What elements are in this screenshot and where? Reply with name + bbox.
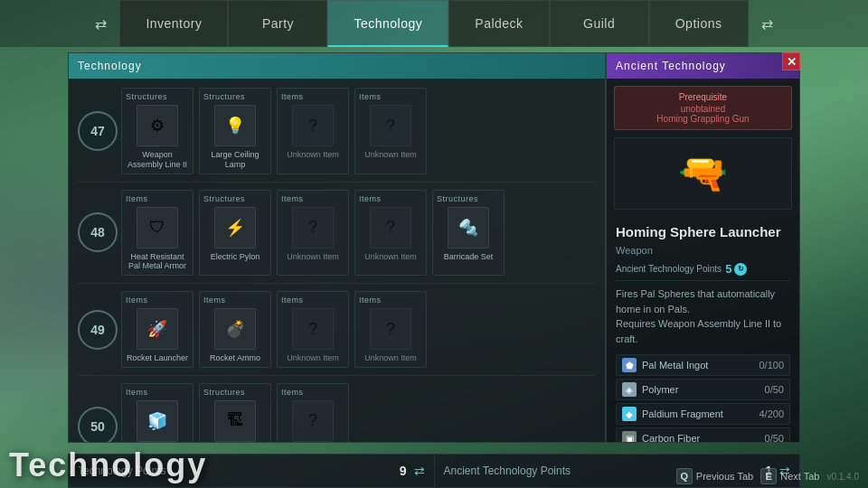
top-navigation: ⇄ Inventory Party Technology Paldeck Gui… [0, 0, 868, 47]
prev-tab-hint[interactable]: Q Previous Tab [676, 468, 753, 484]
material-name: Paldium Fragment [642, 408, 753, 419]
material-carbon-fiber: ▣ Carbon Fiber 0/50 [616, 427, 790, 442]
tech-item-icon: 🧊 [137, 400, 178, 442]
tech-item-icon: 🚀 [137, 308, 178, 350]
main-panel: Technology 47 Structures ⚙ Weapon Assemb… [68, 52, 800, 443]
material-pal-metal-ingot: ⬟ Pal Metal Ingot 0/100 [616, 354, 790, 376]
tech-item-electric-pylon[interactable]: Structures ⚡ Electric Pylon [199, 190, 271, 277]
tech-item-type: Items [126, 296, 148, 305]
material-name: Carbon Fiber [642, 433, 760, 442]
tech-item-type: Items [281, 194, 304, 203]
prereq-title: Prerequisite [622, 92, 784, 102]
tech-rows-container: 47 Structures ⚙ Weapon Assembly Line II … [69, 79, 605, 442]
tech-row-50: 50 Items 🧊 Cold Resistant Pal Metal Armo… [72, 381, 601, 442]
tech-item-icon: ? [370, 308, 411, 350]
tech-item-icon: ? [292, 400, 334, 442]
detail-panel-title: Ancient Technology [616, 60, 726, 72]
tech-item-cold-armor[interactable]: Items 🧊 Cold Resistant Pal Metal Armor [121, 383, 193, 442]
tech-item-icon: ? [292, 308, 334, 350]
tech-item-unknown-5[interactable]: Items ? Unknown Item [277, 291, 349, 368]
tech-item-icon: 🛡 [137, 207, 178, 249]
tech-item-icon: ? [292, 207, 334, 249]
tech-item-icon: ? [370, 105, 411, 146]
tech-item-type: Structures [203, 92, 245, 101]
tech-item-icon: 💣 [214, 308, 256, 350]
close-button[interactable]: ✕ [782, 52, 800, 70]
tech-panel-header: Technology [69, 53, 605, 79]
tab-party[interactable]: Party [228, 0, 327, 47]
bottom-hints: Q Previous Tab E Next Tab v0.1.4.0 [676, 468, 859, 484]
tech-item-unknown-2[interactable]: Items ? Unknown Item [354, 88, 427, 174]
item-description: Fires Pal Spheres that automatically hom… [616, 280, 790, 346]
tech-item-name: Unknown Item [364, 150, 417, 160]
material-count: 0/50 [765, 384, 784, 395]
tech-item-unknown-6[interactable]: Items ? Unknown Item [354, 291, 427, 368]
tech-item-ceiling-lamp[interactable]: Structures 💡 Large Ceiling Lamp [199, 88, 271, 174]
nav-tabs: Inventory Party Technology Paldeck Guild… [119, 0, 748, 47]
next-tab-hint[interactable]: E Next Tab [760, 468, 819, 484]
materials-list: ⬟ Pal Metal Ingot 0/100 ◈ Polymer 0/50 ◆… [616, 354, 790, 442]
atp-number: 5 [725, 262, 731, 276]
tech-item-heat-armor[interactable]: Items 🛡 Heat Resistant Pal Metal Armor [121, 190, 193, 277]
tech-item-rocket-launcher[interactable]: Items 🚀 Rocket Launcher [121, 291, 193, 368]
tech-item-name: Large Ceiling Lamp [203, 150, 267, 170]
tab-options[interactable]: Options [649, 0, 749, 47]
atp-value: 5 ↻ [725, 262, 747, 276]
tech-items-47: Structures ⚙ Weapon Assembly Line II Str… [121, 88, 596, 174]
tech-item-unknown-7[interactable]: Items ? Unknown Item [277, 383, 349, 442]
material-paldium-fragment: ◆ Paldium Fragment 4/200 [616, 403, 790, 425]
detail-content: Homing Sphere Launcher Weapon Ancient Te… [607, 217, 799, 442]
tech-item-type: Structures [126, 92, 167, 101]
tech-item-type: Items [281, 296, 304, 305]
tech-item-unknown-1[interactable]: Items ? Unknown Item [277, 88, 349, 174]
tech-points-arrows[interactable]: ⇄ [414, 464, 425, 478]
tech-item-name: Unknown Item [364, 353, 417, 363]
tech-tree-panel: Technology 47 Structures ⚙ Weapon Assemb… [68, 52, 606, 443]
tech-item-type: Structures [437, 194, 478, 203]
divider-47-48 [78, 182, 596, 183]
atp-row: Ancient Technology Points 5 ↻ [616, 262, 790, 276]
tab-technology[interactable]: Technology [327, 0, 448, 47]
tech-row-48: 48 Items 🛡 Heat Resistant Pal Metal Armo… [72, 188, 601, 278]
tech-item-barricade[interactable]: Structures 🔩 Barricade Set [432, 190, 505, 277]
swap-right-button[interactable]: ⇄ [749, 0, 787, 47]
tech-item-icon: ? [292, 105, 334, 146]
material-name: Pal Metal Ingot [642, 360, 753, 371]
tech-item-type: Structures [203, 194, 245, 203]
tech-items-49: Items 🚀 Rocket Launcher Items 💣 Rocket A… [121, 291, 596, 368]
tab-paldeck[interactable]: Paldeck [448, 0, 549, 47]
tech-item-unknown-4[interactable]: Items ? Unknown Item [354, 190, 427, 277]
tech-item-weapon-assembly[interactable]: Structures ⚙ Weapon Assembly Line II [121, 88, 193, 174]
tech-item-name: Unknown Item [364, 252, 417, 262]
material-name: Polymer [642, 384, 760, 395]
tech-items-50: Items 🧊 Cold Resistant Pal Metal Armor S… [121, 383, 596, 442]
tech-item-icon: ⚡ [214, 207, 256, 249]
prereq-status: unobtained [622, 104, 784, 114]
detail-panel-header: Ancient Technology [607, 53, 799, 79]
tech-item-type: Items [126, 194, 148, 203]
tab-guild[interactable]: Guild [550, 0, 649, 47]
tech-item-name: Barricade Set [444, 252, 494, 262]
tech-item-missile-launcher[interactable]: Structures 🏗 Mounted Missile Launcher [199, 383, 271, 442]
next-tab-key: E [760, 468, 777, 484]
tech-item-type: Structures [203, 388, 245, 397]
tech-row-47: 47 Structures ⚙ Weapon Assembly Line II … [72, 86, 601, 176]
swap-left-button[interactable]: ⇄ [81, 0, 119, 47]
tech-item-name: Unknown Item [287, 353, 339, 363]
level-badge-49: 49 [78, 310, 118, 350]
material-icon: ◈ [622, 382, 637, 397]
tech-item-unknown-3[interactable]: Items ? Unknown Item [277, 190, 349, 277]
tech-item-name: Rocket Launcher [127, 353, 188, 363]
tech-item-icon: 🔩 [448, 207, 489, 249]
prerequisite-box: Prerequisite unobtained Homing Grappling… [614, 86, 792, 130]
tech-item-type: Items [203, 296, 226, 305]
tech-item-name: Unknown Item [287, 150, 339, 160]
level-badge-47: 47 [78, 111, 118, 151]
tech-item-name: Rocket Ammo [210, 353, 260, 363]
tech-item-type: Items [359, 296, 382, 305]
page-title: Technology [9, 446, 207, 484]
tech-item-rocket-ammo[interactable]: Items 💣 Rocket Ammo [199, 291, 271, 368]
tab-inventory[interactable]: Inventory [119, 0, 228, 47]
tech-item-name: Heat Resistant Pal Metal Armor [126, 252, 189, 272]
item-icon-display: 🔫 [614, 137, 792, 210]
